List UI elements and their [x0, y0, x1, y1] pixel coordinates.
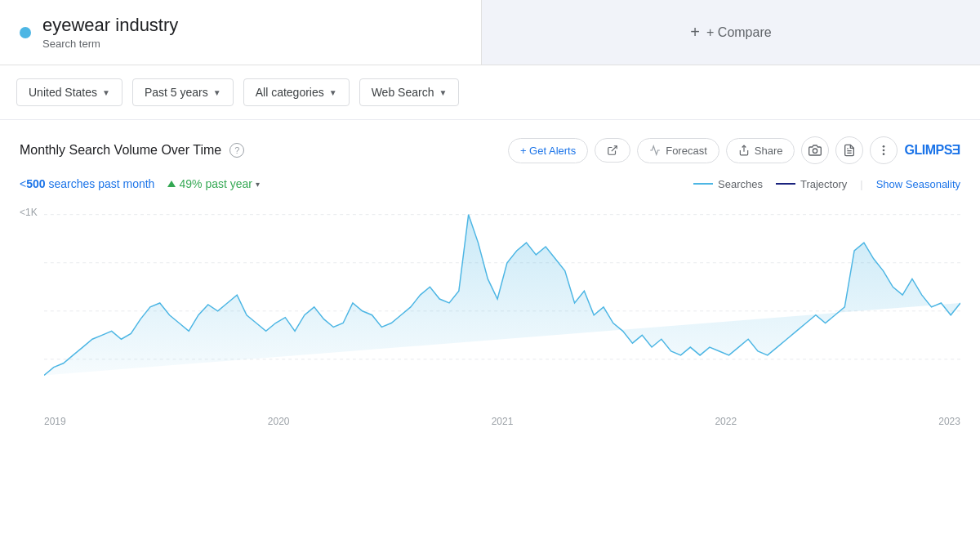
chart-title-area: Monthly Search Volume Over Time ? — [20, 143, 244, 158]
search-term-box: eyewear industry Search term — [0, 0, 482, 65]
chart-svg — [44, 198, 960, 399]
compare-label: + Compare — [706, 25, 772, 40]
chart-area: <1K 2019 2020 2021 2022 2023 — [20, 198, 960, 427]
categories-chevron-icon: ▼ — [329, 88, 337, 97]
share-icon — [738, 145, 750, 156]
forecast-button[interactable]: Forecast — [637, 138, 719, 163]
stats-right: Searches Trajectory | Show Seasonality — [693, 178, 960, 190]
searches-prefix: < — [20, 177, 26, 190]
chart-section: Monthly Search Volume Over Time ? + Get … — [0, 120, 980, 427]
categories-filter[interactable]: All categories ▼ — [243, 78, 350, 106]
chart-header: Monthly Search Volume Over Time ? + Get … — [20, 136, 960, 164]
x-label-2019: 2019 — [44, 416, 66, 427]
stats-left: <500 searches past month 49% past year ▾ — [20, 177, 260, 190]
camera-button[interactable] — [801, 136, 829, 164]
search-term-text: eyewear industry Search term — [42, 15, 178, 50]
time-range-filter[interactable]: Past 5 years ▼ — [132, 78, 234, 106]
x-label-2023: 2023 — [938, 416, 960, 427]
categories-label: All categories — [256, 86, 324, 99]
searches-value: 500 — [26, 177, 45, 190]
growth-chevron-icon: ▾ — [256, 180, 260, 189]
camera-icon — [808, 144, 822, 157]
searches-past-month: <500 searches past month — [20, 177, 154, 190]
forecast-label: Forecast — [666, 145, 707, 157]
search-type-chevron-icon: ▼ — [439, 88, 447, 97]
svg-point-6 — [883, 149, 885, 152]
x-label-2022: 2022 — [715, 416, 737, 427]
external-link-icon — [607, 145, 618, 156]
open-external-button[interactable] — [595, 138, 630, 163]
growth-badge[interactable]: 49% past year ▾ — [167, 177, 260, 190]
searches-legend-label: Searches — [718, 178, 763, 190]
legend-searches: Searches — [693, 178, 763, 190]
search-term-name: eyewear industry — [42, 15, 178, 36]
help-icon[interactable]: ? — [229, 143, 244, 158]
share-label: Share — [755, 145, 783, 157]
chart-x-labels: 2019 2020 2021 2022 2023 — [44, 416, 960, 427]
search-type-filter[interactable]: Web Search ▼ — [359, 78, 460, 106]
legend-divider: | — [860, 178, 862, 190]
alerts-label: + Get Alerts — [520, 145, 576, 157]
svg-point-5 — [883, 145, 885, 148]
search-type-label: Web Search — [372, 86, 434, 99]
compare-plus-icon: + — [690, 23, 700, 42]
region-chevron-icon: ▼ — [102, 88, 110, 97]
get-alerts-button[interactable]: + Get Alerts — [508, 138, 588, 163]
growth-value: 49% — [179, 177, 202, 190]
chart-actions: + Get Alerts Forecast Share GLIMP — [508, 136, 960, 164]
trajectory-legend-line — [776, 183, 795, 185]
compare-button[interactable]: + + Compare — [482, 0, 980, 65]
more-options-button[interactable] — [870, 136, 898, 164]
chart-line — [44, 215, 960, 376]
search-term-sub: Search term — [42, 38, 178, 50]
growth-arrow-icon — [167, 181, 176, 187]
search-term-dot — [20, 27, 31, 38]
time-range-label: Past 5 years — [145, 86, 208, 99]
share-button[interactable]: Share — [726, 138, 795, 163]
region-label: United States — [29, 86, 97, 99]
time-chevron-icon: ▼ — [213, 88, 221, 97]
legend-trajectory: Trajectory — [776, 178, 847, 190]
forecast-icon — [649, 145, 661, 156]
more-icon — [877, 144, 890, 157]
show-seasonality-button[interactable]: Show Seasonality — [876, 178, 960, 190]
svg-line-0 — [612, 146, 617, 151]
document-button[interactable] — [835, 136, 863, 164]
header-row: eyewear industry Search term + + Compare — [0, 0, 980, 65]
x-label-2020: 2020 — [268, 416, 290, 427]
stats-row: <500 searches past month 49% past year ▾… — [20, 177, 960, 190]
x-label-2021: 2021 — [492, 416, 514, 427]
svg-point-2 — [813, 149, 817, 153]
chart-title: Monthly Search Volume Over Time — [20, 143, 221, 158]
glimpse-logo: GLIMPSE — [904, 143, 960, 158]
y-axis-label: <1K — [20, 207, 38, 218]
svg-point-7 — [883, 153, 885, 155]
growth-suffix: past year — [205, 177, 252, 190]
trajectory-legend-label: Trajectory — [800, 178, 847, 190]
region-filter[interactable]: United States ▼ — [16, 78, 122, 106]
searches-legend-line — [693, 183, 713, 185]
searches-suffix: searches past month — [46, 177, 155, 190]
filters-row: United States ▼ Past 5 years ▼ All categ… — [0, 65, 980, 120]
document-icon — [843, 144, 856, 157]
